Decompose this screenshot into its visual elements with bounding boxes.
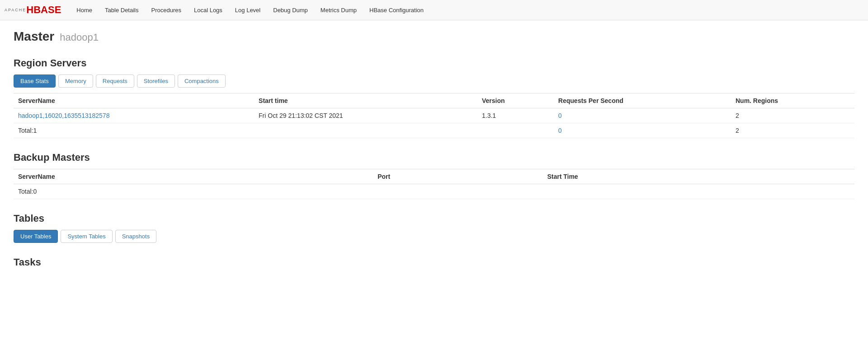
bm-totals-port bbox=[373, 184, 542, 199]
master-title: Master bbox=[14, 29, 54, 44]
tasks-heading: Tasks bbox=[14, 256, 854, 268]
bm-totals-label: Total:0 bbox=[14, 184, 373, 199]
main-content: Master hadoop1 Region Servers Base Stats… bbox=[0, 20, 868, 291]
bm-totals-row: Total:0 bbox=[14, 184, 854, 199]
region-servers-section: Region Servers Base Stats Memory Request… bbox=[14, 57, 854, 138]
bm-totals-start-time bbox=[542, 184, 854, 199]
col-requests-per-second: Requests Per Second bbox=[554, 93, 731, 108]
tasks-section: Tasks bbox=[14, 256, 854, 268]
nav-links: Home Table Details Procedures Local Logs… bbox=[70, 0, 430, 20]
logo-apache-text: APACHE bbox=[5, 8, 26, 12]
backup-masters-section: Backup Masters ServerName Port Start Tim… bbox=[14, 152, 854, 199]
col-version: Version bbox=[477, 93, 554, 108]
nav-home[interactable]: Home bbox=[70, 0, 99, 20]
nav-debug-dump[interactable]: Debug Dump bbox=[267, 0, 314, 20]
master-hostname: hadoop1 bbox=[60, 32, 99, 43]
bm-col-port: Port bbox=[373, 169, 542, 184]
logo-h: H bbox=[26, 4, 33, 15]
totals-label: Total:1 bbox=[14, 123, 254, 138]
region-servers-header-row: ServerName Start time Version Requests P… bbox=[14, 93, 854, 108]
totals-row: Total:1 0 2 bbox=[14, 123, 854, 138]
totals-requests-value: 0 bbox=[558, 127, 562, 134]
totals-regions: 2 bbox=[731, 123, 854, 138]
cell-num-regions: 2 bbox=[731, 108, 854, 123]
nav-local-logs[interactable]: Local Logs bbox=[188, 0, 229, 20]
col-server-name: ServerName bbox=[14, 93, 254, 108]
cell-server-name: hadoop1,16020,1635513182578 bbox=[14, 108, 254, 123]
nav-log-level[interactable]: Log Level bbox=[229, 0, 267, 20]
requests-value: 0 bbox=[558, 112, 562, 119]
tab-memory[interactable]: Memory bbox=[58, 74, 93, 88]
cell-start-time: Fri Oct 29 21:13:02 CST 2021 bbox=[254, 108, 477, 123]
tab-user-tables[interactable]: User Tables bbox=[14, 230, 58, 243]
logo-hbase-text: HBASE bbox=[26, 5, 61, 15]
tab-base-stats[interactable]: Base Stats bbox=[14, 74, 56, 88]
cell-version: 1.3.1 bbox=[477, 108, 554, 123]
cell-requests-per-second: 0 bbox=[554, 108, 731, 123]
master-heading: Master hadoop1 bbox=[14, 29, 854, 44]
nav-table-details[interactable]: Table Details bbox=[99, 0, 145, 20]
table-row: hadoop1,16020,1635513182578 Fri Oct 29 2… bbox=[14, 108, 854, 123]
backup-masters-header-row: ServerName Port Start Time bbox=[14, 169, 854, 184]
tab-system-tables[interactable]: System Tables bbox=[61, 230, 112, 243]
backup-masters-table: ServerName Port Start Time Total:0 bbox=[14, 169, 854, 199]
server-name-link[interactable]: hadoop1,16020,1635513182578 bbox=[18, 112, 109, 119]
bm-col-server-name: ServerName bbox=[14, 169, 373, 184]
tables-tabs: User Tables System Tables Snapshots bbox=[14, 230, 854, 243]
tables-section: Tables User Tables System Tables Snapsho… bbox=[14, 213, 854, 243]
region-servers-heading: Region Servers bbox=[14, 57, 854, 69]
totals-version bbox=[477, 123, 554, 138]
tab-compactions[interactable]: Compactions bbox=[178, 74, 226, 88]
navbar: APACHE HBASE Home Table Details Procedur… bbox=[0, 0, 868, 20]
logo: APACHE HBASE bbox=[5, 5, 61, 15]
tab-snapshots[interactable]: Snapshots bbox=[115, 230, 156, 243]
totals-start-time bbox=[254, 123, 477, 138]
nav-procedures[interactable]: Procedures bbox=[145, 0, 187, 20]
bm-col-start-time: Start Time bbox=[542, 169, 854, 184]
region-servers-tabs: Base Stats Memory Requests Storefiles Co… bbox=[14, 74, 854, 88]
logo-base: BASE bbox=[33, 4, 61, 15]
backup-masters-heading: Backup Masters bbox=[14, 152, 854, 163]
col-num-regions: Num. Regions bbox=[731, 93, 854, 108]
tables-heading: Tables bbox=[14, 213, 854, 224]
tab-requests[interactable]: Requests bbox=[96, 74, 134, 88]
totals-requests: 0 bbox=[554, 123, 731, 138]
col-start-time: Start time bbox=[254, 93, 477, 108]
nav-hbase-configuration[interactable]: HBase Configuration bbox=[363, 0, 430, 20]
nav-metrics-dump[interactable]: Metrics Dump bbox=[314, 0, 363, 20]
region-servers-table: ServerName Start time Version Requests P… bbox=[14, 93, 854, 138]
tab-storefiles[interactable]: Storefiles bbox=[137, 74, 175, 88]
